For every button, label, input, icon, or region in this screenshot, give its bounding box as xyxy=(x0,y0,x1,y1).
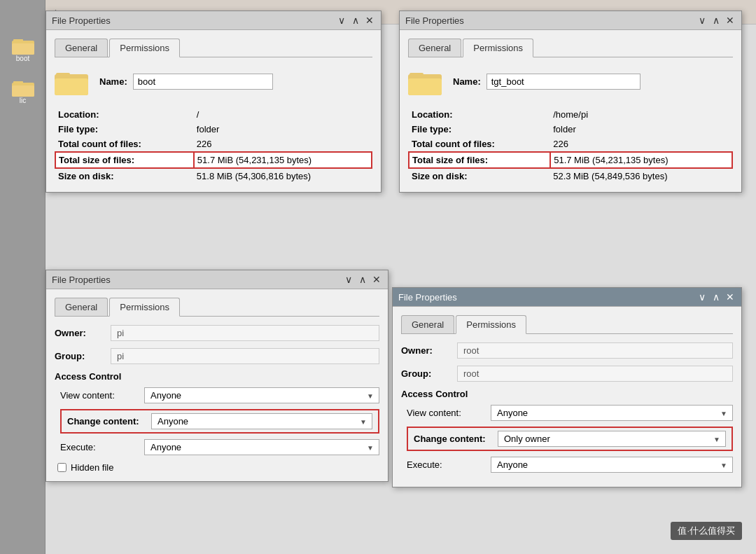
owner-row-bl: Owner: xyxy=(55,325,379,341)
change-content-select-bl[interactable]: Anyone xyxy=(151,413,372,429)
close-btn-top-left[interactable]: ✕ xyxy=(364,15,375,26)
totalsize-label-tl: Total size of files: xyxy=(55,152,194,168)
tab-permissions-top-left[interactable]: Permissions xyxy=(109,39,180,57)
title-bottom-right: File Properties xyxy=(398,292,457,303)
owner-input-br[interactable] xyxy=(457,342,733,359)
change-content-label-bl: Change content: xyxy=(67,416,151,427)
location-label-tr: Location: xyxy=(409,107,550,122)
close-btn-bottom-left[interactable]: ✕ xyxy=(371,274,382,285)
hidden-file-label-bl: Hidden file xyxy=(71,462,113,473)
totalsize-label-tr: Total size of files: xyxy=(409,152,550,168)
hidden-file-row-bl: Hidden file xyxy=(55,462,379,473)
window-top-right: File Properties ∨ ∧ ✕ General Permission… xyxy=(399,11,742,193)
window-controls-bottom-left: ∨ ∧ ✕ xyxy=(343,274,382,285)
view-content-select-br[interactable]: Anyone xyxy=(491,405,733,421)
filetype-value: folder xyxy=(194,122,372,137)
tabs-bottom-right: General Permissions xyxy=(401,315,733,334)
title-bottom-left: File Properties xyxy=(52,275,111,285)
sidebar-boot-label: boot xyxy=(16,55,29,62)
content-bottom-left: General Permissions Owner: Group: Access… xyxy=(46,289,388,481)
minimize-btn-bottom-left[interactable]: ∨ xyxy=(343,274,354,285)
view-content-select-wrapper-br: Anyone xyxy=(491,405,733,421)
window-top-left: File Properties ∨ ∧ ✕ General Permission… xyxy=(46,11,382,193)
execute-select-wrapper-br: Anyone xyxy=(491,457,733,473)
group-row-br: Group: xyxy=(401,366,733,382)
group-row-bl: Group: xyxy=(55,348,379,364)
sizeondisk-value-tl: 51.8 MiB (54,306,816 bytes) xyxy=(194,168,372,183)
window-bottom-right: File Properties ∨ ∧ ✕ General Permission… xyxy=(392,287,742,487)
svg-rect-1 xyxy=(12,43,34,55)
change-content-select-br[interactable]: Only owner xyxy=(498,431,726,447)
content-top-right: General Permissions Name: Locat xyxy=(400,30,741,192)
sizeondisk-label-tr: Size on disk: xyxy=(409,168,550,183)
execute-select-br[interactable]: Anyone xyxy=(491,457,733,473)
execute-select-bl[interactable]: Anyone xyxy=(144,439,379,455)
execute-label-bl: Execute: xyxy=(60,442,144,452)
name-input-top-left[interactable] xyxy=(133,74,273,90)
tab-general-bottom-right[interactable]: General xyxy=(401,315,454,333)
sizeondisk-label-tl: Size on disk: xyxy=(55,168,194,183)
name-label-top-left: Name: xyxy=(99,76,127,87)
minimize-btn-top-left[interactable]: ∨ xyxy=(336,15,347,26)
titlebar-bottom-left: File Properties ∨ ∧ ✕ xyxy=(46,270,388,289)
change-content-row-bl: Change content: Anyone xyxy=(60,409,379,434)
view-content-label-bl: View content: xyxy=(60,390,144,401)
content-top-left: General Permissions Name: Locat xyxy=(46,30,381,192)
tab-permissions-bottom-left[interactable]: Permissions xyxy=(109,298,180,317)
view-content-select-bl[interactable]: Anyone xyxy=(144,387,379,403)
execute-label-br: Execute: xyxy=(407,459,491,470)
maximize-btn-top-right[interactable]: ∧ xyxy=(710,15,722,26)
close-btn-bottom-right[interactable]: ✕ xyxy=(724,291,736,303)
tabs-top-left: General Permissions xyxy=(55,39,372,57)
window-controls-bottom-right: ∨ ∧ ✕ xyxy=(696,291,736,303)
totalsize-value-tl: 51.7 MiB (54,231,135 bytes) xyxy=(194,152,372,168)
title-top-left: File Properties xyxy=(52,15,111,26)
hidden-file-checkbox-bl[interactable] xyxy=(57,463,66,472)
info-table-top-left: Location: / File type: folder Total coun… xyxy=(55,107,372,183)
group-input-br[interactable] xyxy=(457,366,733,382)
tabs-bottom-left: General Permissions xyxy=(55,298,379,317)
minimize-btn-bottom-right[interactable]: ∨ xyxy=(696,291,708,303)
svg-rect-4 xyxy=(12,85,34,97)
name-input-top-right[interactable] xyxy=(486,74,640,90)
titlebar-bottom-right: File Properties ∨ ∧ ✕ xyxy=(393,288,741,307)
change-content-row-br: Change content: Only owner xyxy=(407,427,733,451)
group-label-bl: Group: xyxy=(55,351,111,361)
execute-select-wrapper-bl: Anyone xyxy=(144,439,379,455)
owner-label-br: Owner: xyxy=(401,345,457,356)
sidebar-item-boot[interactable]: boot xyxy=(7,35,38,62)
view-content-label-br: View content: xyxy=(407,408,491,418)
location-value-tr: /home/pi xyxy=(550,107,732,122)
group-input-bl[interactable] xyxy=(111,348,379,364)
owner-input-bl[interactable] xyxy=(111,325,379,341)
close-btn-top-right[interactable]: ✕ xyxy=(724,15,736,26)
maximize-btn-bottom-right[interactable]: ∧ xyxy=(710,291,722,303)
change-content-label-br: Change content: xyxy=(414,434,498,444)
sidebar-lic-label: lic xyxy=(20,97,26,104)
tab-general-top-right[interactable]: General xyxy=(408,39,461,57)
svg-rect-2 xyxy=(13,39,23,42)
svg-rect-10 xyxy=(408,78,442,95)
tab-general-top-left[interactable]: General xyxy=(55,39,108,57)
tab-permissions-bottom-right[interactable]: Permissions xyxy=(456,315,526,334)
title-top-right: File Properties xyxy=(405,15,464,26)
window-controls-top-left: ∨ ∧ ✕ xyxy=(336,15,375,26)
location-value: / xyxy=(194,107,372,122)
maximize-btn-bottom-left[interactable]: ∧ xyxy=(357,274,368,285)
titlebar-top-right: File Properties ∨ ∧ ✕ xyxy=(400,11,741,30)
name-label-top-right: Name: xyxy=(453,76,481,87)
tab-permissions-top-right[interactable]: Permissions xyxy=(463,39,533,57)
sidebar-item-lic[interactable]: lic xyxy=(7,77,38,104)
view-content-row-br: View content: Anyone xyxy=(401,405,733,421)
filetype-label: File type: xyxy=(55,122,194,137)
window-controls-top-right: ∨ ∧ ✕ xyxy=(696,15,736,26)
maximize-btn-top-left[interactable]: ∧ xyxy=(350,15,361,26)
minimize-btn-top-right[interactable]: ∨ xyxy=(696,15,708,26)
location-label: Location: xyxy=(55,107,194,122)
totalsize-value-tr: 51.7 MiB (54,231,135 bytes) xyxy=(550,152,732,168)
titlebar-top-left: File Properties ∨ ∧ ✕ xyxy=(46,11,381,30)
view-content-select-wrapper-bl: Anyone xyxy=(144,387,379,403)
execute-row-br: Execute: Anyone xyxy=(401,457,733,473)
sizeondisk-value-tr: 52.3 MiB (54,849,536 bytes) xyxy=(550,168,732,183)
tab-general-bottom-left[interactable]: General xyxy=(55,298,108,316)
